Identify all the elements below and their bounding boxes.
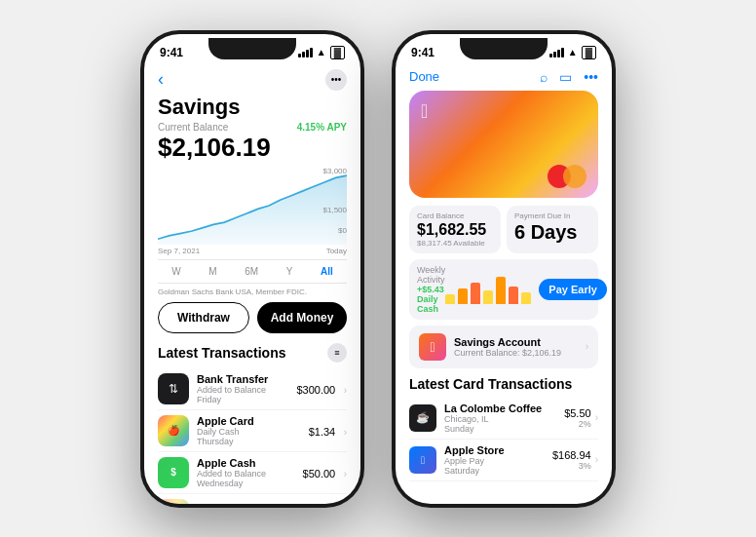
card-transaction-1-sub2: Sunday: [444, 424, 564, 434]
weekly-activity: Weekly Activity +$5.43 Daily Cash Pay Ea…: [409, 259, 598, 320]
action-buttons: Withdraw Add Money: [158, 302, 347, 333]
apple-card-icon-2: 🍎: [158, 499, 189, 504]
bar-2: [458, 288, 468, 304]
bar-4: [483, 290, 493, 304]
card-transaction-1-chevron: ›: [595, 412, 598, 423]
bar-7: [521, 292, 531, 304]
withdraw-button[interactable]: Withdraw: [158, 302, 249, 333]
card-transaction-2-amount: $168.94: [552, 449, 591, 461]
transaction-1[interactable]: ⇅ Bank Transfer Added to Balance Friday …: [158, 368, 347, 410]
transaction-2-details: Apple Card Daily Cash Thursday: [197, 415, 309, 446]
payment-due-box: Payment Due In 6 Days: [507, 206, 598, 253]
chart-mid-label: $1,500: [323, 206, 347, 214]
goldman-disclaimer: Goldman Sachs Bank USA, Member FDIC.: [158, 288, 347, 296]
apple-store-icon: : [409, 446, 436, 474]
card-transactions-title: Latest Card Transactions: [409, 376, 572, 392]
transaction-2-sub2: Thursday: [197, 437, 309, 446]
transaction-1-details: Bank Transfer Added to Balance Friday: [197, 373, 296, 404]
transactions-header: Latest Transactions ≡: [158, 343, 347, 363]
mc-circle-right: [563, 165, 586, 188]
chart-top-label: $3,000: [323, 167, 347, 175]
card-transaction-2-cashback: 3%: [552, 461, 591, 471]
time-range-selector: W M 6M Y All: [158, 259, 347, 284]
transaction-3-chevron: ›: [344, 469, 347, 479]
battery-icon-right: ▓: [582, 46, 596, 59]
card-transaction-2-name: Apple Store: [444, 444, 552, 456]
card-available: $8,317.45 Available: [417, 239, 493, 248]
time-right: 9:41: [411, 46, 435, 59]
wifi-icon-right: ▲: [568, 47, 578, 58]
bar-5: [496, 277, 506, 304]
card-transaction-2-details: Apple Store Apple Pay Saturday: [444, 444, 552, 476]
time-btn-all[interactable]: All: [317, 264, 337, 279]
left-phone: 9:41 ▲ ▓ ‹ ••• Savings Current Balanc: [140, 30, 364, 508]
chart-date-end: Today: [326, 247, 347, 255]
pay-early-button[interactable]: Pay Early: [539, 279, 607, 300]
card-transaction-1-name: La Colombe Coffee: [444, 403, 564, 414]
time-btn-6m[interactable]: 6M: [241, 264, 262, 279]
transaction-2-chevron: ›: [344, 427, 347, 438]
balance-label: Current Balance: [158, 122, 228, 133]
chart-date-start: Sep 7, 2021: [158, 247, 200, 255]
apple-cash-icon: $: [158, 457, 189, 488]
savings-title: Savings: [158, 95, 347, 120]
savings-chart: $3,000 $1,500 $0: [158, 167, 347, 245]
filter-icon[interactable]: ≡: [327, 343, 347, 363]
transaction-3-details: Apple Cash Added to Balance Wednesday: [197, 457, 303, 488]
card-balance-amount: $1,682.55: [417, 221, 493, 239]
bar-3: [471, 283, 480, 304]
savings-account-icon: : [419, 333, 446, 361]
card-header: Done ⌕ ▭ •••: [409, 63, 598, 85]
done-button[interactable]: Done: [409, 69, 439, 84]
weekly-cash: +$5.43 Daily Cash: [417, 285, 445, 314]
weekly-bars: [445, 275, 531, 304]
time-btn-m[interactable]: M: [205, 264, 220, 279]
more-button-right[interactable]: •••: [584, 69, 598, 85]
card-transaction-2-chevron: ›: [595, 454, 598, 465]
savings-chevron: ›: [586, 341, 588, 352]
search-icon[interactable]: ⌕: [540, 69, 548, 85]
back-button[interactable]: ‹: [158, 69, 164, 90]
time-left: 9:41: [160, 46, 183, 59]
payment-due-label: Payment Due In: [514, 211, 590, 220]
apple-card-icon-1: 🍎: [158, 415, 189, 446]
card-transaction-1[interactable]: ☕ La Colombe Coffee Chicago, IL Sunday $…: [409, 398, 598, 440]
bar-6: [509, 287, 518, 304]
time-btn-w[interactable]: W: [168, 264, 184, 279]
transaction-3[interactable]: $ Apple Cash Added to Balance Wednesday …: [158, 452, 347, 494]
transaction-4[interactable]: 🍎 Apple Card $6.27: [158, 494, 347, 504]
transaction-1-amount: $300.00: [296, 384, 335, 396]
chart-dates: Sep 7, 2021 Today: [158, 247, 347, 255]
wifi-icon-left: ▲: [317, 47, 326, 58]
transaction-2[interactable]: 🍎 Apple Card Daily Cash Thursday $1.34 ›: [158, 410, 347, 452]
notch: [208, 38, 296, 59]
payment-due-value: 6 Days: [514, 221, 590, 244]
notch-right: [460, 38, 548, 59]
transaction-1-sub1: Added to Balance: [197, 385, 296, 395]
card-transaction-2[interactable]:  Apple Store Apple Pay Saturday $168.94…: [409, 440, 598, 481]
transaction-1-sub2: Friday: [197, 395, 296, 404]
transaction-3-sub1: Added to Balance: [197, 469, 303, 479]
more-button-left[interactable]: •••: [325, 69, 347, 91]
transaction-2-amount: $1.34: [309, 426, 336, 438]
wallet-icon[interactable]: ▭: [559, 69, 572, 85]
savings-account-sub: Current Balance: $2,106.19: [454, 348, 582, 358]
card-info-row: Card Balance $1,682.55 $8,317.45 Availab…: [409, 206, 598, 253]
bank-transfer-icon: ⇅: [158, 373, 189, 404]
savings-account-name: Savings Account: [454, 336, 582, 348]
time-btn-y[interactable]: Y: [283, 264, 297, 279]
transaction-3-name: Apple Cash: [197, 457, 303, 469]
colombe-icon: ☕: [409, 404, 436, 432]
signal-icon-right: [549, 48, 564, 58]
card-transaction-2-sub2: Saturday: [444, 466, 552, 476]
card-balance-box: Card Balance $1,682.55 $8,317.45 Availab…: [409, 206, 501, 253]
card-balance-label: Card Balance: [417, 211, 493, 220]
card-transactions-header: Latest Card Transactions: [409, 376, 598, 392]
transaction-3-amount: $50.00: [303, 468, 336, 479]
add-money-button[interactable]: Add Money: [257, 302, 347, 333]
apy-badge: 4.15% APY: [297, 122, 347, 133]
apple-card-visual: : [409, 91, 598, 198]
card-transaction-1-sub1: Chicago, IL: [444, 414, 564, 424]
savings-account-row[interactable]:  Savings Account Current Balance: $2,10…: [409, 326, 598, 368]
transaction-2-sub1: Daily Cash: [197, 427, 309, 437]
